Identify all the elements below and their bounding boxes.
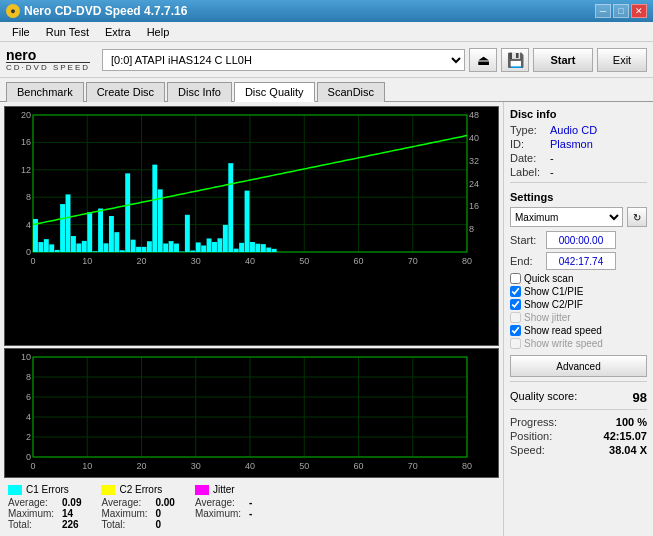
settings-title: Settings: [510, 191, 647, 203]
c1-max-label: Maximum:: [8, 508, 58, 519]
tab-disc-info[interactable]: Disc Info: [167, 82, 232, 102]
progress-value: 100 %: [616, 416, 647, 428]
close-button[interactable]: ✕: [631, 4, 647, 18]
menu-bar: File Run Test Extra Help: [0, 22, 653, 42]
position-value: 42:15.07: [604, 430, 647, 442]
c2-avg-label: Average:: [101, 497, 151, 508]
tab-scan-disc[interactable]: ScanDisc: [317, 82, 385, 102]
quality-score-value: 98: [633, 390, 647, 405]
eject-button[interactable]: ⏏: [469, 48, 497, 72]
progress-label: Progress:: [510, 416, 557, 428]
speed-label: Speed:: [510, 444, 545, 456]
jitter-legend: Jitter Average: - Maximum: -: [195, 484, 252, 530]
window-title: Nero CD-DVD Speed 4.7.7.16: [24, 4, 187, 18]
quality-score-row: Quality score: 98: [510, 390, 647, 405]
c1-pie-checkbox[interactable]: [510, 286, 521, 297]
minimize-button[interactable]: ─: [595, 4, 611, 18]
jitter-max-label: Maximum:: [195, 508, 245, 519]
menu-file[interactable]: File: [4, 24, 38, 40]
menu-extra[interactable]: Extra: [97, 24, 139, 40]
c1-pie-row: Show C1/PIE: [510, 286, 647, 297]
speed-value: 38.04 X: [609, 444, 647, 456]
disc-date-row: Date: -: [510, 152, 647, 164]
c1-label: C1 Errors: [26, 484, 69, 495]
c1-total-label: Total:: [8, 519, 58, 530]
disc-type-label: Type:: [510, 124, 550, 136]
speed-row-stats: Speed: 38.04 X: [510, 444, 647, 456]
quick-scan-label: Quick scan: [524, 273, 573, 284]
c2-pif-row: Show C2/PIF: [510, 299, 647, 310]
jitter-avg-label: Average:: [195, 497, 245, 508]
c2-max-label: Maximum:: [101, 508, 151, 519]
jitter-checkbox: [510, 312, 521, 323]
maximize-button[interactable]: □: [613, 4, 629, 18]
start-time-input[interactable]: [546, 231, 616, 249]
chart-area: C1 Errors Average: 0.09 Maximum: 14 Tota…: [0, 102, 503, 536]
c2-legend: C2 Errors Average: 0.00 Maximum: 0 Total…: [101, 484, 174, 530]
read-speed-label: Show read speed: [524, 325, 602, 336]
save-button[interactable]: 💾: [501, 48, 529, 72]
quality-section: Quality score: 98: [510, 390, 647, 405]
disc-id-value: Plasmon: [550, 138, 593, 150]
c2-avg-value: 0.00: [155, 497, 174, 508]
c1-color-swatch: [8, 485, 22, 495]
menu-help[interactable]: Help: [139, 24, 178, 40]
c1-max-value: 14: [62, 508, 73, 519]
quick-scan-checkbox[interactable]: [510, 273, 521, 284]
refresh-button[interactable]: ↻: [627, 207, 647, 227]
c1-pie-label: Show C1/PIE: [524, 286, 583, 297]
bottom-chart: [4, 348, 499, 478]
write-speed-checkbox: [510, 338, 521, 349]
start-time-label: Start:: [510, 234, 546, 246]
read-speed-checkbox[interactable]: [510, 325, 521, 336]
c2-color-swatch: [101, 485, 115, 495]
disc-label-row: Label: -: [510, 166, 647, 178]
c2-pif-label: Show C2/PIF: [524, 299, 583, 310]
c1-total-value: 226: [62, 519, 79, 530]
tab-benchmark[interactable]: Benchmark: [6, 82, 84, 102]
tab-create-disc[interactable]: Create Disc: [86, 82, 165, 102]
settings-section: Settings Maximum ↻ Start: End: Quick sca…: [510, 191, 647, 377]
title-bar: ● Nero CD-DVD Speed 4.7.7.16 ─ □ ✕: [0, 0, 653, 22]
jitter-row: Show jitter: [510, 312, 647, 323]
disc-label-value: -: [550, 166, 554, 178]
top-chart: [4, 106, 499, 346]
c2-total-value: 0: [155, 519, 161, 530]
quick-scan-row: Quick scan: [510, 273, 647, 284]
legend: C1 Errors Average: 0.09 Maximum: 14 Tota…: [4, 480, 499, 534]
position-row: Position: 42:15.07: [510, 430, 647, 442]
progress-row: Progress: 100 %: [510, 416, 647, 428]
jitter-color-swatch: [195, 485, 209, 495]
disc-label-label: Label:: [510, 166, 550, 178]
speed-selector[interactable]: Maximum: [510, 207, 623, 227]
c2-total-label: Total:: [101, 519, 151, 530]
speed-row: Maximum ↻: [510, 207, 647, 227]
end-time-input[interactable]: [546, 252, 616, 270]
read-speed-row: Show read speed: [510, 325, 647, 336]
end-time-label: End:: [510, 255, 546, 267]
write-speed-row: Show write speed: [510, 338, 647, 349]
jitter-avg-value: -: [249, 497, 252, 508]
advanced-button[interactable]: Advanced: [510, 355, 647, 377]
c1-legend: C1 Errors Average: 0.09 Maximum: 14 Tota…: [8, 484, 81, 530]
toolbar: nero CD·DVD SPEED [0:0] ATAPI iHAS124 C …: [0, 42, 653, 78]
right-panel: Disc info Type: Audio CD ID: Plasmon Dat…: [503, 102, 653, 536]
disc-id-label: ID:: [510, 138, 550, 150]
jitter-label: Show jitter: [524, 312, 571, 323]
quality-score-label: Quality score:: [510, 390, 577, 405]
nero-logo-text: nero: [6, 48, 36, 62]
c2-label: C2 Errors: [119, 484, 162, 495]
jitter-max-value: -: [249, 508, 252, 519]
drive-selector[interactable]: [0:0] ATAPI iHAS124 C LL0H: [102, 49, 465, 71]
exit-button[interactable]: Exit: [597, 48, 647, 72]
tab-disc-quality[interactable]: Disc Quality: [234, 82, 315, 102]
c2-pif-checkbox[interactable]: [510, 299, 521, 310]
start-time-row: Start:: [510, 231, 647, 249]
position-label: Position:: [510, 430, 552, 442]
disc-info-title: Disc info: [510, 108, 647, 120]
start-button[interactable]: Start: [533, 48, 593, 72]
disc-type-row: Type: Audio CD: [510, 124, 647, 136]
c1-avg-label: Average:: [8, 497, 58, 508]
main-content: C1 Errors Average: 0.09 Maximum: 14 Tota…: [0, 102, 653, 536]
menu-run-test[interactable]: Run Test: [38, 24, 97, 40]
